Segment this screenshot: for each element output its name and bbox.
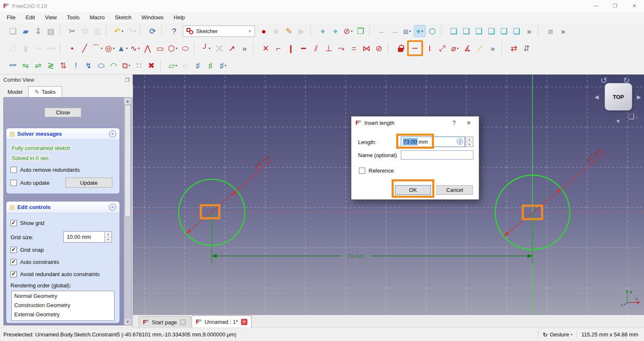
close-task-button[interactable]: Close (44, 108, 81, 117)
fit-sketch-view-icon[interactable]: ⌖▾ (414, 25, 426, 37)
undo-icon[interactable]: ↶▾ (113, 25, 125, 37)
toolbar-overflow-icon[interactable]: » (487, 42, 499, 54)
tab-close-icon[interactable]: ✕ (241, 319, 247, 325)
workbench-selector[interactable]: Sketcher ∨ (183, 26, 255, 37)
minimize-icon[interactable]: — (586, 0, 605, 12)
update-button[interactable]: Update (65, 178, 112, 188)
dialog-help-icon[interactable]: ? (448, 119, 460, 126)
new-file-icon[interactable]: ❏ (7, 25, 19, 37)
redo-icon[interactable]: ↷▾ (125, 25, 137, 37)
fit-selection-icon[interactable]: ⌖ (330, 25, 341, 37)
dropdown-arrow-icon[interactable]: ▾ (113, 46, 114, 50)
rendering-order-item[interactable]: Construction Geometry (12, 300, 114, 310)
create-line-icon[interactable]: ╱ (79, 42, 91, 54)
nav-down-icon[interactable]: ▼ (615, 118, 621, 124)
dropdown-arrow-icon[interactable]: ▾ (176, 46, 177, 50)
fit-all-icon[interactable]: ⌖ (317, 25, 329, 37)
bspline-convert-icon[interactable]: ◌ (179, 59, 191, 71)
nav-back-icon[interactable]: ← (376, 25, 388, 37)
rendering-order-item[interactable]: External Geometry (12, 310, 114, 319)
whats-this-icon[interactable]: ? (168, 25, 180, 37)
macro-stop-icon[interactable]: ■ (270, 25, 282, 37)
cancel-button[interactable]: Cancel (436, 185, 473, 195)
dropdown-arrow-icon[interactable]: ▾ (225, 64, 226, 67)
grid-size-input[interactable]: 10.00 mm ▲▼ (63, 231, 112, 243)
nav-forward-icon[interactable]: → (389, 25, 400, 37)
length-value-selected[interactable]: 73.00 (403, 138, 418, 145)
show-grid-checkbox[interactable] (10, 220, 17, 226)
menu-item-edit[interactable]: Edit (21, 13, 40, 22)
dropdown-arrow-icon[interactable]: ▾ (122, 29, 123, 33)
select-redundant-icon[interactable]: ≷ (45, 59, 57, 71)
draw-style-icon[interactable]: ⊘▾ (342, 25, 354, 37)
dropdown-arrow-icon[interactable]: ▾ (101, 46, 102, 50)
auto-constraints-checkbox[interactable] (10, 259, 17, 265)
create-point-icon[interactable]: ● (66, 42, 78, 54)
grid-snap-checkbox[interactable] (10, 247, 17, 253)
create-polyline-icon[interactable]: ⋀ (142, 42, 153, 54)
scrollbar-thumb[interactable] (125, 105, 131, 217)
collapse-icon[interactable]: « (109, 130, 116, 137)
view-front-icon[interactable]: ❑ (448, 25, 460, 37)
toggle-active-constraint-icon[interactable]: ⇵ (521, 42, 532, 54)
select-malformed-icon[interactable]: ! (70, 59, 82, 71)
dropdown-arrow-icon[interactable]: ▾ (129, 64, 130, 67)
view-right-icon[interactable]: ❑ (473, 25, 485, 37)
tab-document[interactable]: F✳ Unnamed : 1* ✕ (192, 315, 252, 328)
constrain-distance-icon[interactable]: ⤢ (436, 42, 448, 54)
grid-size-value[interactable]: 10.00 mm (64, 232, 104, 242)
macro-record-icon[interactable]: ● (258, 25, 270, 37)
select-elements-constraints-icon[interactable]: ⇌ (32, 59, 44, 71)
name-input[interactable] (401, 150, 473, 160)
constrain-snell-icon[interactable]: ⟋ (474, 42, 486, 54)
fillet-icon[interactable]: ╯▾ (201, 42, 213, 54)
show-internal-geometry-icon[interactable]: ⬭ (95, 59, 107, 71)
constrain-angle-icon[interactable]: ∡ (462, 42, 473, 54)
auto-update-checkbox[interactable] (10, 180, 17, 186)
make-link-icon[interactable]: ↪ (32, 42, 44, 54)
dropdown-arrow-icon[interactable]: ▾ (457, 46, 459, 50)
macro-edit-icon[interactable]: ✎ (283, 25, 295, 37)
create-slot-icon[interactable]: ⬭ (179, 42, 191, 54)
scroll-up-icon[interactable]: ▲ (124, 98, 131, 104)
tab-tasks[interactable]: ✎ Tasks (28, 86, 62, 97)
constrain-equal-icon[interactable]: = (348, 42, 360, 54)
constrain-coincident-icon[interactable]: ✕ (260, 42, 272, 54)
reference-checkbox[interactable] (359, 168, 365, 174)
tab-close-icon[interactable]: ✕ (180, 319, 186, 326)
dropdown-arrow-icon[interactable]: ▾ (126, 46, 127, 50)
create-group-icon[interactable]: ▮ (20, 42, 31, 54)
select-dof-icon[interactable]: DOF (7, 59, 19, 71)
mini-cube-icon[interactable]: ❑ (628, 112, 634, 121)
toolbar-overflow-icon[interactable]: » (557, 25, 569, 37)
create-circle-icon[interactable]: ◎▾ (104, 42, 116, 54)
macro-play-icon[interactable]: ▶ (296, 25, 307, 37)
select-partially-redundant-icon[interactable]: ↯ (83, 59, 94, 71)
view-top-icon[interactable]: ❑ (460, 25, 472, 37)
constrain-diameter-icon[interactable]: ⌀▾ (449, 42, 461, 54)
bspline-increase-degree-icon[interactable]: ♯ (192, 59, 204, 71)
view-rear-icon[interactable]: ❑ (486, 25, 497, 37)
view-bottom-icon[interactable]: ❑ (498, 25, 510, 37)
tab-model[interactable]: Model (2, 87, 28, 97)
spin-up-icon[interactable]: ▲ (466, 137, 473, 142)
symmetry-icon[interactable]: ◠ (108, 59, 119, 71)
float-panel-icon[interactable]: ❐ (125, 77, 130, 83)
axonometric-view-icon[interactable]: ⬡ (426, 25, 438, 37)
chevron-down-icon[interactable]: ▾ (571, 333, 572, 336)
toggle-driving-constraint-icon[interactable]: ⇄ (508, 42, 520, 54)
collapse-icon[interactable]: « (109, 204, 116, 211)
map-sketch-icon[interactable]: ⧇ (545, 25, 556, 37)
distance-dimension-label[interactable]: 73 mm (347, 253, 364, 259)
solver-messages-header[interactable]: ▤ Solver messages « (6, 128, 119, 140)
create-rectangle-icon[interactable]: ▭ (154, 42, 166, 54)
navigation-cube[interactable]: ↺ ↻ ◀ ▶ ▼ TOP ❑ ▾ (595, 76, 642, 126)
clone-icon[interactable]: ⧉▾ (120, 59, 132, 71)
isometric-view-icon[interactable]: ⧈▾ (401, 25, 413, 37)
avoid-redundant-checkbox[interactable] (10, 271, 17, 277)
rendering-order-list[interactable]: Normal Geometry Construction Geometry Ex… (11, 291, 114, 321)
close-icon[interactable]: ✕ (625, 0, 644, 12)
tab-start-page[interactable]: F✳ Start page ✕ (139, 316, 190, 328)
constrain-block-icon[interactable]: ⊘ (373, 42, 385, 54)
length-spinner[interactable]: ▲ ▼ (465, 137, 473, 147)
